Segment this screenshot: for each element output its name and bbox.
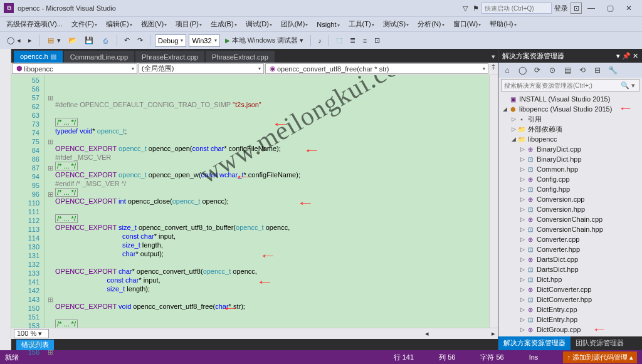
tree-item[interactable]: ▷⊡Common.hpp: [498, 164, 642, 174]
open-file-button[interactable]: 📂: [66, 34, 80, 47]
tree-item[interactable]: ▷⊡DictConverter.hpp: [498, 294, 642, 304]
redo-button[interactable]: ↷: [135, 34, 145, 47]
refresh-icon[interactable]: ⟲: [576, 64, 589, 76]
annot-arrow-tree-2: ←: [591, 324, 608, 335]
tree-item[interactable]: ▷⊕Converter.cpp: [498, 234, 642, 244]
tab-team-explorer[interactable]: 团队资源管理器: [571, 336, 629, 350]
tree-item[interactable]: ▷⊕DictEntry.cpp: [498, 304, 642, 315]
scope-icon[interactable]: ⊙: [546, 64, 559, 76]
maximize-button[interactable]: ▢: [601, 4, 619, 13]
platform-combo[interactable]: Win32▾: [189, 34, 219, 47]
tab-opencc-h[interactable]: opencc.h ▤: [14, 50, 63, 63]
editor-scrollbar[interactable]: [489, 75, 498, 328]
misc-btn-4[interactable]: ≡: [360, 34, 369, 47]
login-link[interactable]: 登录: [552, 2, 571, 14]
menu-debug[interactable]: 调试(D)▾: [243, 19, 275, 29]
quick-launch-input[interactable]: [482, 5, 551, 12]
menu-view[interactable]: 视图(V)▾: [139, 19, 170, 29]
undo-button[interactable]: ↶: [122, 34, 132, 47]
tab-overflow[interactable]: ▾: [489, 50, 498, 63]
panel-close-icon[interactable]: ✕: [633, 52, 638, 60]
tree-item[interactable]: ▷⊕ConversionChain.cpp: [498, 214, 642, 224]
solution-search[interactable]: 🔍 ▾: [501, 79, 639, 91]
zoom-combo[interactable]: 100 % ▾: [14, 329, 49, 338]
panel-menu-icon[interactable]: ▾: [616, 52, 620, 60]
nav-bar: ⬢libopencc▾ (全局范围)▾ ◉opencc_convert_utf8…: [11, 63, 498, 75]
close-button[interactable]: ✕: [619, 4, 638, 13]
menu-team[interactable]: 团队(M)▾: [278, 19, 311, 29]
tree-item[interactable]: ▷⊕Config.cpp: [498, 174, 642, 184]
menu-file[interactable]: 文件(F)▾: [69, 19, 100, 29]
code-editor[interactable]: 5556576263737475848687949596110111112113…: [11, 75, 498, 328]
tab-phrase1[interactable]: PhraseExtract.cpp: [135, 51, 204, 63]
back-icon[interactable]: ◯: [516, 64, 529, 76]
tree-item[interactable]: ▷⊕DictGroup.cpp: [498, 325, 642, 335]
tree-item[interactable]: ▷⊡Converter.hpp: [498, 244, 642, 254]
tree-item[interactable]: ▷⊕DartsDict.cpp: [498, 254, 642, 264]
split-icon[interactable]: ‡: [489, 63, 498, 75]
menu-help[interactable]: 帮助(H)▾: [487, 19, 518, 29]
tree-item[interactable]: ▷⊡DictGroup.hpp: [498, 335, 642, 336]
tree-item[interactable]: ◢📁libopencc: [498, 134, 642, 144]
save-button[interactable]: 💾: [82, 34, 96, 47]
quick-launch[interactable]: [482, 3, 552, 14]
tab-commandline[interactable]: CommandLine.cpp: [64, 51, 134, 63]
home-icon[interactable]: ⌂: [501, 64, 513, 76]
nav-member-combo[interactable]: ◉opencc_convert_utf8_free(char * str)▾: [265, 63, 488, 74]
code-content[interactable]: www.meilongkui.com #define OPENCC_DEFAUL…: [55, 75, 489, 328]
menu-project[interactable]: 项目(P)▾: [173, 19, 204, 29]
solution-tree[interactable]: ← ← ▣INSTALL (Visual Studio 2015)◢⬢libop…: [498, 93, 642, 336]
new-file-button[interactable]: ▤▾: [44, 34, 63, 47]
tree-item[interactable]: ▷⊕DictConverter.cpp: [498, 284, 642, 294]
minimize-button[interactable]: —: [582, 4, 601, 13]
tree-item[interactable]: ▷⊡ConversionChain.hpp: [498, 224, 642, 234]
misc-btn-5[interactable]: ⊡: [372, 34, 382, 47]
sync-icon[interactable]: ⟳: [531, 64, 544, 76]
tree-item[interactable]: ▷⊡DartsDict.hpp: [498, 264, 642, 274]
collapse-icon[interactable]: ⊟: [591, 64, 604, 76]
tree-item[interactable]: ▷⊡Conversion.hpp: [498, 204, 642, 214]
tab-solution-explorer[interactable]: 解决方案资源管理器: [498, 336, 571, 350]
nav-scope-combo[interactable]: (全局范围)▾: [139, 63, 264, 74]
menu-tools[interactable]: 工具(T)▾: [346, 19, 377, 29]
solution-search-input[interactable]: [502, 82, 617, 89]
flag-icon[interactable]: ⚑: [470, 2, 482, 14]
pin-icon[interactable]: 📌: [622, 52, 631, 60]
menu-edit[interactable]: 编辑(E)▾: [103, 19, 135, 29]
tree-item[interactable]: ▷⊡DictEntry.hpp: [498, 315, 642, 325]
tree-item[interactable]: ▷📁外部依赖项: [498, 124, 642, 134]
tree-item[interactable]: ▷⊕Conversion.cpp: [498, 194, 642, 204]
save-all-button[interactable]: ⎙: [98, 34, 112, 47]
left-dock-tab[interactable]: [0, 49, 11, 350]
line-gutter: 5556576263737475848687949596110111112113…: [11, 75, 45, 328]
status-source-control[interactable]: ↑ 添加到源代码管理 ▴: [563, 351, 637, 363]
search-dropdown-icon[interactable]: 🔍 ▾: [617, 81, 639, 90]
tree-item[interactable]: ▷▪引用: [498, 114, 642, 124]
misc-btn-1[interactable]: ♪: [315, 34, 324, 47]
tree-item[interactable]: ▷⊕BinaryDict.cpp: [498, 144, 642, 154]
tab-phrase2[interactable]: PhraseExtract.cpp: [206, 51, 275, 63]
tree-item[interactable]: ▷⊡BinaryDict.hpp: [498, 154, 642, 164]
nav-project-combo[interactable]: ⬢libopencc▾: [12, 63, 137, 74]
misc-btn-3[interactable]: ≣: [347, 34, 358, 47]
menu-build[interactable]: 生成(B)▾: [208, 19, 239, 29]
scroll-left[interactable]: ◂: [425, 330, 429, 338]
notify-icon[interactable]: ▽: [460, 2, 470, 14]
config-combo[interactable]: Debug▾: [155, 34, 186, 47]
menu-analyze[interactable]: 分析(N)▾: [415, 19, 446, 29]
show-all-icon[interactable]: ▤: [561, 64, 574, 76]
props-icon[interactable]: 🔧: [606, 64, 619, 76]
menu-window[interactable]: 窗口(W)▾: [451, 19, 484, 29]
start-debug-button[interactable]: ▶ 本地 Windows 调试器 ▾: [223, 34, 307, 47]
nav-fwd-button[interactable]: ▸: [26, 34, 34, 47]
scroll-right[interactable]: ▸: [492, 330, 495, 338]
user-icon[interactable]: ⊡: [571, 3, 582, 14]
nav-back-button[interactable]: ◯◂: [4, 34, 23, 47]
misc-btn-2[interactable]: ⬚: [334, 34, 345, 47]
tree-item[interactable]: ▷⊡Dict.hpp: [498, 274, 642, 284]
menu-test[interactable]: 测试(S)▾: [381, 19, 412, 29]
tree-item[interactable]: ▷⊡Config.hpp: [498, 184, 642, 194]
fold-column[interactable]: ⊞⊞⊞⊞⊞⊞: [45, 75, 55, 328]
menu-adv-save[interactable]: 高级保存选项(V)...: [4, 19, 65, 29]
menu-nsight[interactable]: Nsight▾: [314, 21, 342, 28]
